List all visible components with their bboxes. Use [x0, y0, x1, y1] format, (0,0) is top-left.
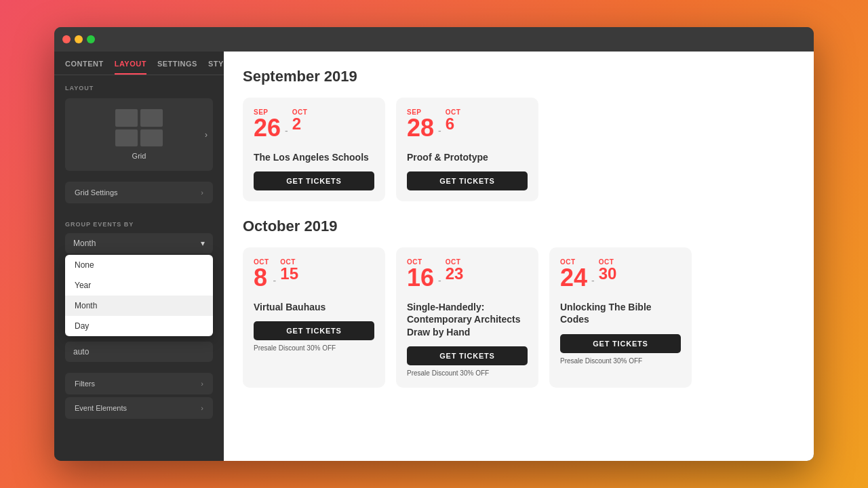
end-day-bauhaus: 15	[280, 266, 298, 282]
dropdown-item-month[interactable]: Month	[65, 296, 213, 316]
events-grid-september: SEP 26 - OCT 2 The Los Angeles Schools G…	[243, 98, 795, 201]
event-card-la-schools: SEP 26 - OCT 2 The Los Angeles Schools G…	[243, 98, 385, 201]
tab-settings[interactable]: SETTINGS	[157, 60, 197, 75]
dropdown-arrow-icon: ▾	[201, 239, 205, 248]
end-date-la: OCT 2	[292, 108, 308, 132]
sidebar: CONTENT LAYOUT SETTINGS STYLE LAYOUT	[54, 52, 224, 461]
month-title-october: October 2019	[243, 218, 795, 235]
group-select-btn[interactable]: Month ▾	[65, 233, 213, 253]
maximize-btn[interactable]	[87, 35, 95, 43]
start-day-bible: 24	[560, 266, 587, 290]
event-card-single-handedly: OCT 16 - OCT 23 Single-Handedly: Contemp…	[396, 247, 538, 388]
discount-bible: Presale Discount 30% OFF	[560, 357, 681, 365]
tab-layout[interactable]: LAYOUT	[115, 60, 146, 75]
event-title-bauhaus: Virtual Bauhaus	[254, 301, 374, 313]
scroll-arrow: ›	[205, 130, 208, 140]
tab-style[interactable]: STYLE	[208, 60, 224, 75]
group-select-wrapper: Month ▾ None Year Month Day	[65, 233, 213, 253]
date-separator-single: -	[438, 275, 441, 290]
group-dropdown-menu: None Year Month Day	[65, 255, 213, 336]
group-events-label: GROUP EVENTS BY	[65, 221, 213, 228]
end-date-single: OCT 23	[446, 258, 464, 282]
event-elements-row[interactable]: Event Elements ›	[65, 397, 213, 419]
end-day-proof: 6	[446, 116, 454, 132]
get-tickets-single-btn[interactable]: GET TICKETS	[407, 346, 528, 365]
start-date-la: SEP 26	[254, 108, 281, 140]
grid-cell-3	[115, 129, 138, 147]
date-range-la-schools: SEP 26 - OCT 2	[254, 108, 374, 140]
titlebar	[54, 27, 814, 52]
event-title-la: The Los Angeles Schools	[254, 151, 374, 163]
sidebar-tabs: CONTENT LAYOUT SETTINGS STYLE	[54, 52, 224, 75]
event-card-virtual-bauhaus: OCT 8 - OCT 15 Virtual Bauhaus GET TICKE…	[243, 247, 385, 388]
month-section-october: October 2019 OCT 8 - OCT 15	[243, 218, 795, 388]
end-date-proof: OCT 6	[446, 108, 461, 132]
start-date-bible: OCT 24	[560, 258, 587, 290]
date-separator-proof: -	[438, 125, 441, 140]
layout-section: LAYOUT Grid ›	[54, 75, 224, 179]
date-range-bible: OCT 24 - OCT 30	[560, 258, 681, 290]
event-title-bible: Unlocking The Bible Codes	[560, 301, 681, 325]
start-day-single: 16	[407, 266, 434, 290]
events-grid-october: OCT 8 - OCT 15 Virtual Bauhaus GET TICKE…	[243, 247, 795, 388]
titlebar-buttons	[62, 35, 95, 43]
filters-label: Filters	[75, 380, 95, 388]
number-input[interactable]	[65, 342, 213, 362]
date-range-bauhaus: OCT 8 - OCT 15	[254, 258, 374, 290]
end-day-single: 23	[446, 266, 464, 282]
grid-cell-4	[140, 129, 163, 147]
discount-single: Presale Discount 30% OFF	[407, 369, 528, 377]
group-events-section: GROUP EVENTS BY Month ▾ None Year Month …	[54, 213, 224, 262]
dropdown-item-year[interactable]: Year	[65, 275, 213, 296]
event-elements-label: Event Elements	[75, 404, 127, 412]
main-area: CONTENT LAYOUT SETTINGS STYLE LAYOUT	[54, 52, 814, 461]
minimize-btn[interactable]	[75, 35, 83, 43]
tab-content[interactable]: CONTENT	[65, 60, 104, 75]
filters-row[interactable]: Filters ›	[65, 373, 213, 394]
layout-label: Grid	[132, 152, 146, 160]
close-btn[interactable]	[62, 35, 71, 43]
end-day-bible: 30	[599, 266, 617, 282]
grid-settings-label: Grid Settings	[75, 188, 118, 197]
grid-settings-arrow: ›	[201, 188, 203, 197]
filters-section: Filters › Event Elements ›	[54, 373, 224, 424]
start-day-bauhaus: 8	[254, 266, 267, 290]
get-tickets-la-btn[interactable]: GET TICKETS	[254, 171, 374, 190]
grid-preview	[115, 109, 163, 146]
event-elements-arrow: ›	[201, 404, 203, 412]
grid-settings-wrapper: Grid Settings ›	[54, 182, 224, 213]
end-day-la: 2	[292, 116, 301, 132]
start-date-single: OCT 16	[407, 258, 434, 290]
date-separator-bauhaus: -	[273, 275, 277, 290]
start-date-proof: SEP 28	[407, 108, 434, 140]
end-date-bible: OCT 30	[599, 258, 617, 282]
start-day-la: 26	[254, 116, 281, 140]
filters-arrow: ›	[201, 380, 203, 388]
layout-preview-wrapper: Grid ›	[65, 98, 213, 171]
month-title-september: September 2019	[243, 68, 795, 85]
get-tickets-proof-btn[interactable]: GET TICKETS	[407, 171, 528, 190]
dropdown-item-none[interactable]: None	[65, 255, 213, 275]
grid-settings-row[interactable]: Grid Settings ›	[65, 182, 213, 203]
discount-bauhaus: Presale Discount 30% OFF	[254, 344, 374, 352]
start-day-proof: 28	[407, 116, 434, 140]
end-date-bauhaus: OCT 15	[280, 258, 298, 282]
date-range-proof: SEP 28 - OCT 6	[407, 108, 528, 140]
get-tickets-bauhaus-btn[interactable]: GET TICKETS	[254, 321, 374, 340]
content-area: September 2019 SEP 26 - OCT 2	[224, 52, 814, 461]
layout-preview[interactable]: Grid	[65, 98, 213, 171]
event-title-proof: Proof & Prototype	[407, 151, 528, 163]
start-date-bauhaus: OCT 8	[254, 258, 269, 290]
get-tickets-bible-btn[interactable]: GET TICKETS	[560, 334, 681, 353]
month-section-september: September 2019 SEP 26 - OCT 2	[243, 68, 795, 201]
dropdown-item-day[interactable]: Day	[65, 316, 213, 336]
layout-section-label: LAYOUT	[65, 85, 213, 92]
selected-group-label: Month	[73, 239, 96, 248]
event-card-proof-prototype: SEP 28 - OCT 6 Proof & Prototype GET TIC…	[396, 98, 538, 201]
date-range-single: OCT 16 - OCT 23	[407, 258, 528, 290]
event-card-bible-codes: OCT 24 - OCT 30 Unlocking The Bible Code…	[549, 247, 692, 388]
grid-cell-1	[115, 109, 138, 127]
grid-cell-2	[140, 109, 163, 127]
date-separator-la: -	[285, 125, 288, 140]
date-separator-bible: -	[591, 275, 595, 290]
